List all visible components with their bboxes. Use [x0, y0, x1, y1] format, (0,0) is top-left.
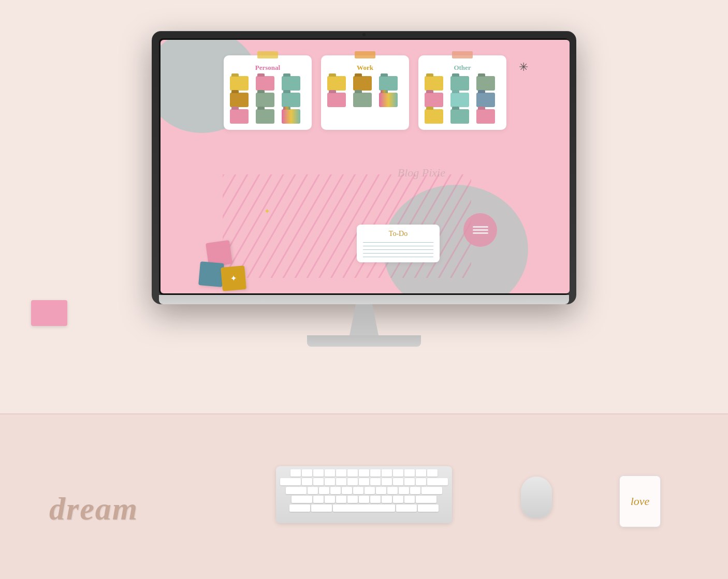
folder-work-4[interactable] — [327, 93, 346, 107]
key — [382, 469, 392, 477]
pink-box-decoration — [31, 300, 67, 326]
key — [427, 478, 448, 485]
key — [370, 496, 381, 503]
key — [359, 496, 369, 503]
folder-work-3[interactable] — [379, 76, 398, 91]
folder-card-work[interactable]: Work — [321, 55, 409, 130]
key — [365, 487, 375, 494]
key — [404, 469, 415, 477]
mouse[interactable] — [521, 477, 552, 518]
folder-other-3[interactable] — [476, 76, 495, 91]
key — [308, 487, 318, 494]
key — [393, 496, 403, 503]
key — [342, 487, 352, 494]
folder-work-1[interactable] — [327, 76, 346, 91]
dream-text: dream — [49, 491, 138, 527]
key — [370, 469, 381, 477]
key — [302, 469, 312, 477]
monitor-stand-base — [307, 335, 421, 347]
key-row-2 — [279, 478, 449, 485]
key — [325, 469, 335, 477]
folder-card-other[interactable]: Other — [418, 55, 506, 130]
folder-sage-1[interactable] — [256, 93, 274, 107]
key — [313, 478, 324, 485]
folder-pink-1[interactable] — [256, 76, 274, 91]
monitor-chin — [159, 295, 569, 304]
keyboard — [276, 466, 452, 523]
folder-sage-2[interactable] — [256, 109, 274, 124]
wave-3 — [473, 232, 488, 234]
key-row-5 — [279, 504, 449, 512]
todo-line-3 — [363, 249, 433, 250]
key — [416, 478, 426, 485]
star-decoration: ✳ — [519, 61, 528, 74]
folder-yellow-1[interactable] — [230, 76, 249, 91]
key — [427, 469, 438, 477]
key — [353, 487, 363, 494]
wave-1 — [473, 226, 488, 228]
key — [382, 478, 392, 485]
folder-other-8[interactable] — [450, 109, 469, 124]
folder-card-personal[interactable]: Personal — [224, 55, 312, 130]
card-title-personal: Personal — [230, 64, 305, 72]
folder-other-4[interactable] — [425, 93, 443, 107]
monitor-outer: ✳ ✦ ✦ Personal — [152, 31, 576, 304]
key — [336, 496, 346, 503]
key — [313, 496, 324, 503]
todo-line-1 — [363, 242, 433, 243]
folder-work-5[interactable] — [353, 93, 372, 107]
folder-other-2[interactable] — [450, 76, 469, 91]
tape-other — [452, 51, 473, 58]
folder-work-rainbow[interactable] — [379, 93, 398, 107]
key — [290, 469, 301, 477]
folder-other-7[interactable] — [425, 109, 443, 124]
key — [393, 478, 403, 485]
key — [325, 478, 335, 485]
todo-title: To-Do — [363, 230, 433, 238]
todo-widget[interactable]: To-Do — [357, 225, 440, 262]
sticky-yellow: ✦ — [221, 265, 246, 291]
wave-2 — [473, 229, 488, 231]
key — [376, 487, 386, 494]
spacebar-key[interactable] — [333, 504, 395, 512]
folder-mustard-1[interactable] — [230, 93, 249, 107]
key — [359, 469, 369, 477]
tape-personal — [257, 51, 278, 58]
key — [418, 504, 439, 512]
folder-cards-container: Personal — [224, 55, 506, 130]
love-text: love — [631, 495, 650, 508]
folder-work-2[interactable] — [353, 76, 372, 91]
folder-other-9[interactable] — [476, 109, 495, 124]
work-folder-grid — [327, 76, 403, 107]
key — [313, 469, 324, 477]
tape-work — [355, 51, 375, 58]
key — [410, 487, 420, 494]
card-title-work: Work — [327, 64, 403, 72]
key — [292, 496, 312, 503]
monitor-stand-neck — [343, 304, 385, 335]
camera-dot — [362, 33, 366, 36]
folder-teal-2[interactable] — [282, 93, 300, 107]
key — [416, 496, 436, 503]
key — [289, 504, 310, 512]
key — [396, 504, 417, 512]
folder-teal-1[interactable] — [282, 76, 300, 91]
key — [336, 478, 346, 485]
key — [359, 478, 369, 485]
folder-other-5[interactable] — [450, 93, 469, 107]
folder-rainbow-1[interactable] — [282, 109, 300, 124]
key-row-1 — [279, 469, 449, 477]
desktop-screen: ✳ ✦ ✦ Personal — [161, 40, 570, 293]
folder-other-6[interactable] — [476, 93, 495, 107]
other-folder-grid — [425, 76, 500, 124]
key — [347, 496, 358, 503]
folder-other-1[interactable] — [425, 76, 443, 91]
key-row-3 — [279, 487, 449, 494]
key — [325, 496, 335, 503]
screen-bezel: ✳ ✦ ✦ Personal — [159, 38, 569, 295]
key — [421, 487, 442, 494]
todo-line-4 — [363, 253, 433, 254]
key — [330, 487, 341, 494]
key — [382, 496, 392, 503]
folder-pink-2[interactable] — [230, 109, 249, 124]
